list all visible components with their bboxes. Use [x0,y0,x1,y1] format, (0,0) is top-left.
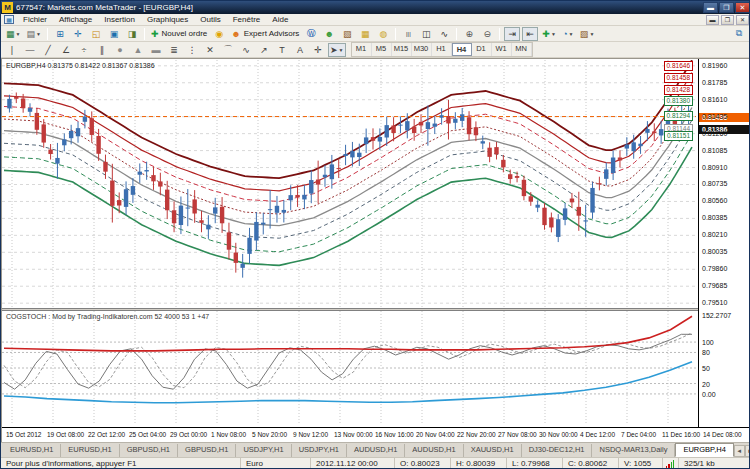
time-axis[interactable]: 15 Oct 201219 Oct 08:0022 Oct 12:0025 Oc… [2,427,750,442]
market-news-icon[interactable]: ▦ [357,27,373,41]
timeframe-h1[interactable]: H1 [432,43,452,56]
fibo-arc-icon[interactable]: ⌒ [220,43,236,57]
time-label: 25 Oct 04:00 [129,431,166,438]
timeframe-m5[interactable]: M5 [372,43,392,56]
profiles-icon[interactable]: ▤▼ [24,27,42,41]
expert-advisors-button[interactable]: ☻Expert Advisors [229,27,301,41]
periods-icon[interactable]: ◔▼ [560,27,576,41]
timeframe-m1[interactable]: M1 [352,43,372,56]
undock-icon: ⧉ [736,28,742,39]
arrow-tool-icon[interactable]: ↗ [256,43,272,57]
timeframe-m30[interactable]: M30 [412,43,432,56]
text-tool-icon: T [279,45,285,55]
child-restore-button[interactable]: ❐ [721,15,734,25]
navigator-icon[interactable]: ◱ [88,27,104,41]
tab-scroll-left-icon[interactable]: ◄ [734,445,745,457]
timeframe-h4[interactable]: H4 [452,43,472,56]
chevron-down-icon: ▼ [339,47,344,53]
cycle-lines-icon[interactable]: ∿ [238,43,254,57]
line-chart-icon[interactable]: ∿ [436,27,452,41]
cursor-icon[interactable]: ➤▼ [328,43,346,57]
fibo-retracement-icon[interactable]: ≣ [166,43,182,57]
trendline-icon: ╱ [45,45,50,55]
trendline-icon[interactable]: ╱ [40,43,56,57]
indicators-icon[interactable]: ✚▼ [540,27,558,41]
minimize-button[interactable]: ▬ [703,2,718,13]
chart-window-icon[interactable]: ▦ [4,15,14,24]
timeframe-mn[interactable]: MN [512,43,532,56]
timeframe-d1[interactable]: D1 [472,43,492,56]
tab-gbpusdh1[interactable]: GBPUSD,H1 [120,444,178,457]
text-label-tool-icon[interactable]: A [292,43,308,57]
horizontal-line-icon: — [26,45,35,55]
timeframe-w1[interactable]: W1 [492,43,512,56]
data-window-icon[interactable]: ✛ [70,27,86,41]
maximize-button[interactable]: ❐ [719,2,734,13]
tab-audusdh1[interactable]: AUDUSD,H1 [405,444,463,457]
auto-scroll-icon[interactable]: ⇥ [504,27,520,41]
tab-dj30dec12h1[interactable]: DJ30-DEC12,H1 [522,444,593,457]
zoom-out-icon[interactable]: ⊖ [479,27,495,41]
text-tool-icon[interactable]: T [274,43,290,57]
tab-xauusdh1[interactable]: XAUUSD,H1 [464,444,522,457]
menu-item-aide[interactable]: Aide [266,15,294,24]
close-button[interactable]: ✕ [735,2,750,13]
time-label: 5 Nov 20:00 [252,431,287,438]
tab-gbpusdh1[interactable]: GBPUSD,H1 [178,444,236,457]
account-icon[interactable]: ☻ [321,27,337,41]
menu-item-fentre[interactable]: Fenêtre [227,15,267,24]
periods-icon: ◔ [562,29,567,39]
templates-icon[interactable]: ▨▼ [578,27,596,41]
tab-usdjpyh1[interactable]: USDJPY,H1 [292,444,347,457]
candlestick-chart-icon[interactable]: ◫ [418,27,434,41]
gann-tools-icon[interactable]: ✕ [202,43,218,57]
main-chart-canvas[interactable] [2,60,698,308]
new-chart-icon[interactable]: ▦▼ [4,27,22,41]
ellipse-icon[interactable]: ● [112,43,128,57]
price-axis[interactable]: 0.81436 0.81386 0.819600.817850.816100.8… [698,59,750,427]
horizontal-line-icon[interactable]: — [22,43,38,57]
menu-item-affichage[interactable]: Affichage [53,15,98,24]
strategy-tester-icon[interactable]: ◨ [124,27,140,41]
tab-audusdh1[interactable]: AUDUSD,H1 [347,444,405,457]
menu-item-outils[interactable]: Outils [194,15,226,24]
trend-angle-icon[interactable]: ∠ [58,43,74,57]
child-minimize-button[interactable]: ▬ [706,15,719,25]
triangle-icon[interactable]: ▲ [130,43,146,57]
webinars-icon: Ⓦ [307,27,316,40]
menu-item-fichier[interactable]: Fichier [17,15,53,24]
new-order-button[interactable]: ✚Nouvel ordre [149,27,209,41]
menu-item-graphiques[interactable]: Graphiques [141,15,194,24]
child-close-button[interactable]: ✕ [736,15,749,25]
terminal-icon[interactable]: ▣ [106,27,122,41]
snapshot-icon[interactable]: ▧ [339,27,355,41]
tab-nsdqmar13daily[interactable]: NSDQ-MAR13,Daily [592,444,675,457]
tab-eurusdh1[interactable]: EURUSD,H1 [3,444,61,457]
menu-item-insertion[interactable]: Insertion [98,15,141,24]
metaeditor-icon[interactable]: ◉ [211,27,227,41]
price-axis-label: 0.80035 [702,248,727,255]
market-watch-icon: ⊞ [56,29,64,39]
undock-icon[interactable]: ⧉ [731,27,747,41]
webinars-icon[interactable]: Ⓦ [303,27,319,41]
tab-scroll-right-icon[interactable]: ► [745,445,750,457]
rectangle-icon[interactable]: ▬ [148,43,164,57]
zoom-in-icon[interactable]: ⊕ [461,27,477,41]
indicator-canvas[interactable] [2,311,698,426]
chart-shift-icon[interactable]: ⇤ [522,27,538,41]
vertical-line-icon[interactable]: | [4,43,20,57]
timeframe-m15[interactable]: M15 [392,43,412,56]
band-price-flag: 0.81646 [664,61,694,71]
education-icon[interactable]: ◍ [375,27,391,41]
tab-eurusdh1[interactable]: EURUSD,H1 [61,444,119,457]
market-watch-icon[interactable]: ⊞ [52,27,68,41]
metaeditor-icon: ◉ [215,29,223,39]
equidistant-channel-icon[interactable]: ∥ [94,43,110,57]
crosshair-icon[interactable]: ✛ [310,43,326,57]
fibo-timezones-icon[interactable]: ⋮ [184,43,200,57]
tab-eurgbph4[interactable]: EURGBP,H4 [675,443,733,457]
status-close: C: 0.80062 [563,458,619,469]
bar-chart-icon[interactable]: ||| [400,27,416,41]
regression-channel-icon[interactable]: ÷ [76,43,92,57]
tab-usdjpyh1[interactable]: USDJPY,H1 [236,444,291,457]
